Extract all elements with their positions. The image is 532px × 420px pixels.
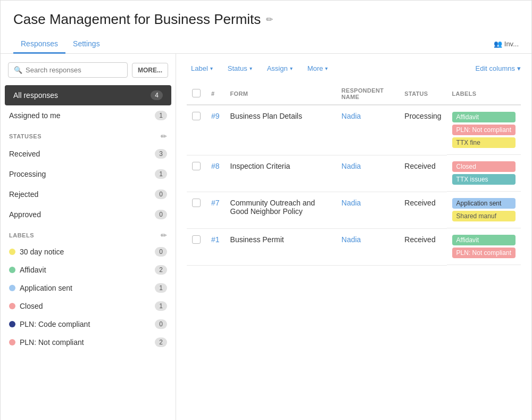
row-number[interactable]: #9	[206, 105, 225, 155]
sidebar-item-assigned-to-me[interactable]: Assigned to me 1	[1, 105, 176, 126]
status-dropdown-button[interactable]: Status ▾	[223, 62, 256, 75]
processing-badge: 1	[155, 169, 167, 179]
search-box[interactable]: 🔍	[8, 62, 128, 78]
more-btn-text: More	[307, 64, 323, 72]
row-number[interactable]: #1	[206, 228, 225, 265]
row-checkbox-cell[interactable]	[187, 155, 206, 192]
col-labels: LABELS	[447, 83, 521, 105]
statuses-section-header: STATUSES ✏	[1, 126, 176, 144]
pln-code-compliant-count: 0	[155, 319, 167, 329]
main-content: Label ▾ Status ▾ Assign ▾ More ▾ Edit co…	[176, 54, 531, 420]
approved-label: Approved	[9, 210, 41, 219]
sidebar-label-pln-code-compliant[interactable]: PLN: Code compliant 0	[1, 315, 176, 333]
labels-edit-icon[interactable]: ✏	[161, 231, 167, 240]
sidebar-label-closed[interactable]: Closed 1	[1, 297, 176, 315]
invite-icon: 👥	[494, 40, 502, 48]
sidebar-item-approved[interactable]: Approved 0	[1, 204, 176, 225]
application-sent-count: 1	[155, 283, 167, 293]
sidebar-item-received[interactable]: Received 3	[1, 144, 176, 164]
invite-button[interactable]: 👥 Inv...	[494, 40, 519, 48]
closed-text: Closed	[20, 302, 155, 310]
statuses-edit-icon[interactable]: ✏	[161, 132, 167, 141]
col-num: #	[206, 83, 225, 105]
table-row: #1 Business Permit Nadia Received Affida…	[187, 228, 521, 265]
rejected-badge: 0	[155, 190, 167, 199]
sidebar-item-processing[interactable]: Processing 1	[1, 164, 176, 184]
status-chevron-icon: ▾	[250, 65, 252, 71]
row-respondent[interactable]: Nadia	[336, 155, 400, 192]
sidebar-item-rejected[interactable]: Rejected 0	[1, 184, 176, 204]
label-tag: TTX fine	[452, 137, 516, 148]
row-status: Received	[399, 192, 446, 228]
title-edit-icon[interactable]: ✏	[266, 14, 273, 24]
pln-not-compliant-count: 2	[155, 337, 167, 347]
sidebar-label-affidavit[interactable]: Affidavit 2	[1, 261, 176, 279]
affidavit-text: Affidavit	[20, 266, 155, 274]
row-checkbox-cell[interactable]	[187, 228, 206, 265]
all-responses-badge: 4	[151, 90, 163, 100]
row-labels: ClosedTTX issues	[447, 155, 521, 192]
row-form: Business Plan Details	[225, 105, 336, 155]
row-number[interactable]: #8	[206, 155, 225, 192]
sidebar-item-all-responses[interactable]: All responses 4	[5, 85, 171, 105]
row-respondent[interactable]: Nadia	[336, 192, 400, 228]
row-checkbox[interactable]	[192, 162, 201, 170]
table-header-row: # FORM RESPONDENT NAME STATUS LABELS	[187, 83, 521, 105]
row-checkbox-cell[interactable]	[187, 192, 206, 228]
row-respondent[interactable]: Nadia	[336, 228, 400, 265]
responses-table: # FORM RESPONDENT NAME STATUS LABELS #9 …	[187, 83, 521, 266]
rejected-label: Rejected	[9, 190, 38, 199]
select-all-header[interactable]	[187, 83, 206, 105]
row-status: Received	[399, 228, 446, 265]
row-number[interactable]: #7	[206, 192, 225, 228]
affidavit-dot	[9, 267, 15, 273]
edit-columns-button[interactable]: Edit columns ▾	[476, 64, 521, 72]
30-day-notice-count: 0	[155, 247, 167, 257]
edit-columns-text: Edit columns	[476, 64, 515, 72]
header: Case Management for Business Permits ✏ R…	[1, 1, 531, 54]
assign-dropdown-button[interactable]: Assign ▾	[263, 62, 297, 75]
tab-responses[interactable]: Responses	[13, 35, 65, 54]
approved-badge: 0	[155, 210, 167, 219]
sidebar: 🔍 MORE... All responses 4 Assigned to me…	[1, 54, 176, 420]
sidebar-label-pln-not-compliant[interactable]: PLN: Not compliant 2	[1, 333, 176, 351]
header-tabs: Responses Settings	[13, 35, 107, 53]
app-container: Case Management for Business Permits ✏ R…	[0, 0, 532, 420]
row-checkbox-cell[interactable]	[187, 105, 206, 155]
closed-count: 1	[155, 301, 167, 311]
select-all-checkbox[interactable]	[192, 89, 201, 97]
row-checkbox[interactable]	[192, 235, 201, 244]
col-respondent: RESPONDENT NAME	[336, 83, 400, 105]
more-chevron-icon: ▾	[325, 65, 328, 71]
row-respondent[interactable]: Nadia	[336, 105, 400, 155]
sidebar-label-30-day-notice[interactable]: 30 day notice 0	[1, 243, 176, 261]
label-dropdown-button[interactable]: Label ▾	[187, 62, 217, 75]
row-checkbox[interactable]	[192, 112, 201, 120]
30-day-notice-dot	[9, 249, 15, 255]
label-tag: Affidavit	[452, 112, 516, 122]
search-input[interactable]	[26, 66, 122, 74]
received-badge: 3	[155, 149, 167, 159]
statuses-list: Received 3 Processing 1 Rejected 0 Appro…	[1, 144, 176, 225]
label-tag: TTX issues	[452, 174, 516, 185]
processing-label: Processing	[9, 170, 46, 178]
pln-code-compliant-text: PLN: Code compliant	[20, 320, 155, 328]
table-row: #7 Community Outreach and Good Neighbor …	[187, 192, 521, 228]
row-labels: AffidavitPLN: Not compliant	[447, 228, 521, 265]
row-checkbox[interactable]	[192, 199, 201, 207]
sidebar-label-application-sent[interactable]: Application sent 1	[1, 279, 176, 297]
table-row: #8 Inspection Criteria Nadia Received Cl…	[187, 155, 521, 192]
more-button[interactable]: MORE...	[132, 63, 168, 78]
search-row: 🔍 MORE...	[1, 62, 176, 85]
page-title: Case Management for Business Permits	[13, 11, 261, 28]
application-sent-dot	[9, 285, 15, 291]
row-status: Received	[399, 155, 446, 192]
tab-settings[interactable]: Settings	[65, 35, 107, 54]
label-btn-text: Label	[191, 64, 208, 72]
more-dropdown-button[interactable]: More ▾	[303, 62, 332, 75]
label-tag: Shared manuf	[452, 211, 516, 221]
col-status: STATUS	[399, 83, 446, 105]
label-tag: Application sent	[452, 198, 516, 209]
table-row: #9 Business Plan Details Nadia Processin…	[187, 105, 521, 155]
row-status: Processing	[399, 105, 446, 155]
